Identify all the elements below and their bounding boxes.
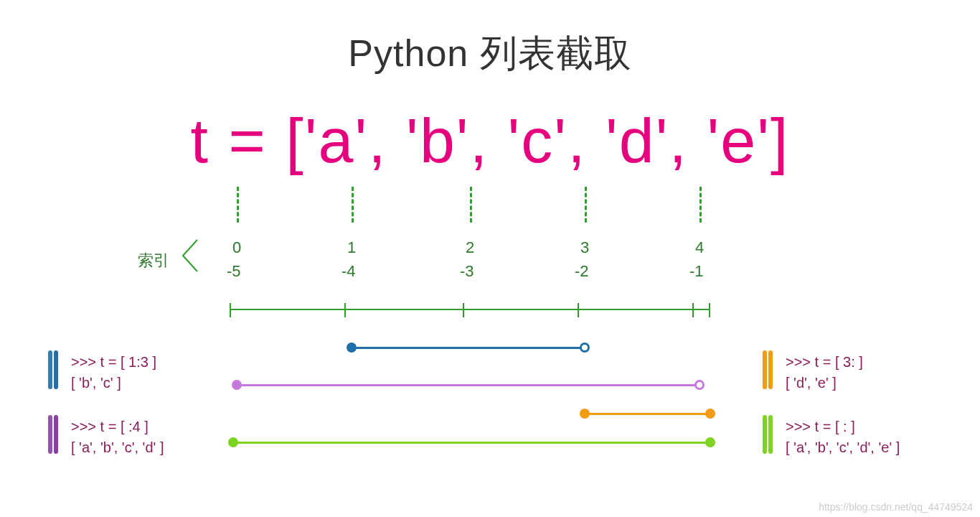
index-negative: -5 [227, 262, 241, 281]
slice-blue [352, 347, 585, 349]
code-bar-lime [763, 415, 767, 454]
code-bar-orange [763, 350, 767, 389]
slice-code-lime: >>> t = [ : ][ 'a', 'b', 'c', 'd', 'e' ] [786, 416, 900, 458]
index-negative: -2 [575, 262, 589, 281]
index-connector [237, 187, 239, 223]
index-negative: -1 [689, 262, 704, 281]
index-connector [470, 187, 472, 223]
index-connector [352, 187, 354, 223]
index-connector [585, 187, 587, 223]
code-bar-orange [768, 350, 773, 389]
index-positive: 2 [466, 238, 474, 257]
slice-orange [585, 413, 710, 415]
watermark: https://blog.csdn.net/qq_44749524 [819, 501, 973, 513]
slice-lime [233, 442, 710, 444]
axis-line [230, 309, 710, 310]
index-positive: 1 [347, 238, 356, 257]
list-definition: t = ['a', 'b', 'c', 'd', 'e'] [0, 104, 980, 177]
slice-code-orange: >>> t = [ 3: ][ 'd', 'e' ] [786, 352, 863, 393]
code-bar-blue [48, 350, 52, 389]
index-arrow-icon [179, 238, 201, 273]
index-negative: -3 [460, 262, 474, 281]
code-bar-lime [768, 415, 773, 454]
page-title: Python 列表截取 [0, 29, 980, 79]
code-bar-violet [48, 415, 52, 454]
index-connector [699, 187, 702, 223]
index-positive: 3 [580, 238, 589, 257]
index-positive: 4 [695, 238, 704, 257]
code-bar-blue [54, 350, 58, 389]
index-negative: -4 [341, 262, 356, 281]
code-bar-violet [54, 415, 58, 454]
index-positive: 0 [232, 238, 241, 257]
slice-code-violet: >>> t = [ :4 ][ 'a', 'b', 'c', 'd' ] [71, 416, 164, 458]
index-label: 索引 [138, 250, 169, 271]
slice-violet [237, 384, 699, 386]
slice-code-blue: >>> t = [ 1:3 ][ 'b', 'c' ] [71, 352, 156, 393]
